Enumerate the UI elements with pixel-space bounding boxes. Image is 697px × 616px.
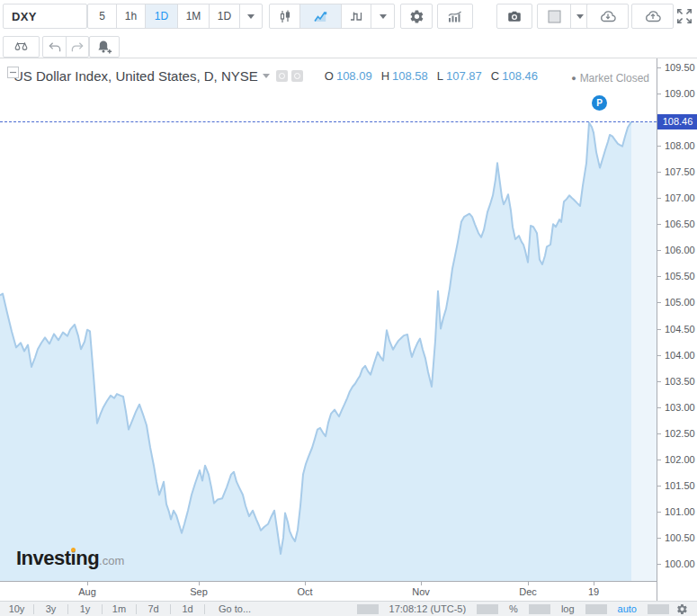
chart-plot-area[interactable]: US Dollar Index, United States, D, NYSE … bbox=[0, 58, 657, 581]
range-button-7d[interactable]: 7d bbox=[137, 603, 170, 614]
last-price-line bbox=[0, 121, 657, 122]
settings-button[interactable] bbox=[400, 4, 433, 29]
alert-bell-plus-icon bbox=[96, 40, 113, 55]
range-button-3y[interactable]: 3y bbox=[34, 603, 67, 614]
price-tick-mark bbox=[657, 224, 661, 225]
ohlc-value: 108.46 bbox=[502, 69, 538, 83]
time-tick-mark bbox=[528, 582, 529, 585]
gear-icon bbox=[409, 9, 424, 24]
undo-icon bbox=[48, 41, 61, 53]
goto-button[interactable]: Go to... bbox=[205, 603, 275, 614]
gear-icon bbox=[676, 603, 688, 615]
collapse-icon[interactable] bbox=[7, 67, 19, 78]
ohlc-label: H bbox=[381, 69, 389, 83]
price-tick-label: 105.00 bbox=[665, 297, 695, 308]
layout-dropdown[interactable] bbox=[570, 4, 588, 28]
legend-quick-icon-2[interactable] bbox=[291, 70, 303, 82]
bottom-settings-button[interactable] bbox=[669, 603, 697, 615]
price-tick-mark bbox=[657, 198, 661, 199]
circle-glyph bbox=[294, 73, 300, 79]
layout-group bbox=[537, 4, 589, 29]
time-tick-mark bbox=[305, 582, 306, 585]
price-tick-label: 109.50 bbox=[665, 62, 695, 73]
fullscreen-icon bbox=[675, 7, 693, 25]
time-tick-label: 19 bbox=[576, 586, 612, 597]
clock[interactable]: 17:08:12 (UTC-5) bbox=[379, 603, 478, 614]
time-tick-mark bbox=[199, 582, 200, 585]
price-tick-label: 100.00 bbox=[665, 558, 695, 569]
title-caret-icon[interactable] bbox=[263, 74, 270, 82]
redo-button[interactable] bbox=[66, 37, 88, 57]
price-tick-mark bbox=[657, 407, 661, 408]
auto-scale-button[interactable]: auto bbox=[607, 603, 648, 614]
legend-quick-icon-1[interactable] bbox=[276, 70, 288, 82]
price-tick-mark bbox=[657, 302, 661, 303]
cloud-upload-icon bbox=[644, 8, 662, 24]
load-chart-button[interactable] bbox=[586, 4, 629, 29]
area-chart-icon[interactable] bbox=[299, 4, 341, 28]
publish-badge[interactable]: P bbox=[592, 95, 607, 111]
time-tick-mark bbox=[594, 582, 594, 585]
price-tick-label: 104.00 bbox=[665, 350, 695, 361]
save-chart-button[interactable] bbox=[631, 4, 674, 29]
layout-button[interactable] bbox=[538, 4, 570, 28]
price-tick-label: 106.00 bbox=[665, 245, 695, 255]
range-button-1m[interactable]: 1m bbox=[103, 603, 136, 614]
percent-scale-button[interactable]: % bbox=[498, 603, 529, 614]
price-tick-mark bbox=[657, 486, 661, 487]
symbol-title[interactable]: US Dollar Index, United States, D, NYSE bbox=[13, 68, 258, 84]
price-tick-mark bbox=[657, 512, 661, 513]
ohlc-label: O bbox=[325, 69, 334, 83]
range-button-1y[interactable]: 1y bbox=[68, 603, 102, 614]
price-tick-label: 100.50 bbox=[665, 532, 695, 543]
divider bbox=[529, 604, 550, 614]
indicators-button[interactable] bbox=[437, 4, 473, 29]
ohlc-readout: O108.09H108.58L107.87C108.46 bbox=[316, 69, 538, 83]
price-tick-mark bbox=[657, 94, 661, 94]
chart-widget: DXY 51h1D1M1D bbox=[0, 0, 697, 616]
bottom-toolbar: 10y3y1y1m7d1d Go to... 17:08:12 (UTC-5) … bbox=[0, 601, 697, 616]
price-tick-mark bbox=[657, 250, 661, 251]
divider bbox=[648, 604, 669, 614]
add-alert-button[interactable] bbox=[89, 36, 120, 58]
price-tick-mark bbox=[657, 564, 661, 565]
price-axis[interactable]: 108.46 109.50109.00108.00107.50107.00106… bbox=[657, 58, 697, 601]
time-axis[interactable]: AugSepOctNovDec19 bbox=[0, 581, 657, 601]
price-tick-label: 105.50 bbox=[665, 271, 695, 281]
camera-icon bbox=[506, 8, 523, 24]
compare-button[interactable] bbox=[3, 36, 40, 58]
time-tick-label: Sep bbox=[181, 586, 217, 597]
range-buttons: 10y3y1y1m7d1d bbox=[0, 602, 204, 616]
range-button-1d[interactable]: 1d bbox=[171, 603, 204, 614]
ohlc-label: C bbox=[491, 69, 499, 83]
price-tick-label: 104.50 bbox=[665, 324, 695, 335]
price-tick-label: 107.50 bbox=[665, 166, 695, 177]
chart-style-dropdown[interactable] bbox=[371, 4, 394, 28]
price-tick-label: 106.50 bbox=[665, 219, 695, 229]
chart-legend: US Dollar Index, United States, D, NYSE … bbox=[7, 67, 538, 85]
price-tick-mark bbox=[657, 460, 661, 460]
compare-scales-icon bbox=[13, 40, 31, 54]
price-tick-label: 109.00 bbox=[665, 88, 695, 99]
step-chart-icon[interactable] bbox=[341, 4, 371, 28]
undo-button[interactable] bbox=[43, 37, 66, 57]
logo-orange-dot bbox=[71, 548, 76, 552]
price-tick-label: 103.00 bbox=[665, 402, 695, 413]
price-tick-mark bbox=[657, 329, 661, 330]
price-tick-mark bbox=[657, 172, 661, 173]
layout-icon bbox=[548, 10, 561, 23]
range-button-10y[interactable]: 10y bbox=[0, 603, 33, 614]
price-series-area-chart bbox=[0, 58, 657, 581]
price-tick-label: 102.00 bbox=[665, 454, 695, 465]
redo-icon bbox=[71, 41, 85, 53]
ohlc-label: L bbox=[437, 69, 443, 83]
logo-tld: .com bbox=[99, 554, 124, 567]
price-tick-label: 101.50 bbox=[665, 480, 695, 491]
candlestick-chart-icon[interactable] bbox=[270, 4, 299, 28]
log-scale-button[interactable]: log bbox=[550, 603, 585, 614]
chart-style-group bbox=[269, 4, 395, 29]
snapshot-button[interactable] bbox=[496, 4, 532, 29]
fullscreen-button[interactable] bbox=[675, 7, 695, 27]
ohlc-value: 108.09 bbox=[336, 69, 372, 83]
time-tick-label: Aug bbox=[69, 586, 105, 597]
